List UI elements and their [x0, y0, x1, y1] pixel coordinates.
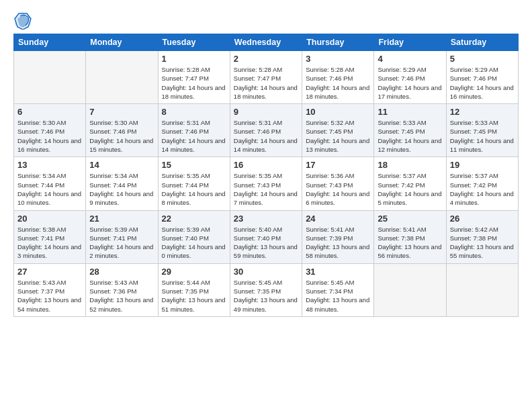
day-number: 22: [162, 214, 226, 224]
day-number: 23: [234, 214, 298, 224]
calendar-week-row: 20Sunrise: 5:38 AM Sunset: 7:41 PM Dayli…: [14, 210, 519, 263]
calendar-cell: 5Sunrise: 5:29 AM Sunset: 7:46 PM Daylig…: [446, 51, 518, 104]
day-info: Sunrise: 5:28 AM Sunset: 7:47 PM Dayligh…: [234, 65, 298, 101]
day-number: 3: [306, 54, 370, 64]
day-number: 18: [378, 160, 442, 170]
day-info: Sunrise: 5:35 AM Sunset: 7:43 PM Dayligh…: [234, 171, 298, 207]
calendar-cell: 26Sunrise: 5:42 AM Sunset: 7:38 PM Dayli…: [446, 210, 518, 263]
day-info: Sunrise: 5:33 AM Sunset: 7:45 PM Dayligh…: [378, 118, 442, 154]
day-number: 30: [234, 267, 298, 277]
calendar-cell: 20Sunrise: 5:38 AM Sunset: 7:41 PM Dayli…: [14, 210, 86, 263]
day-number: 2: [234, 54, 298, 64]
calendar-header-saturday: Saturday: [446, 34, 518, 51]
calendar-cell: 17Sunrise: 5:36 AM Sunset: 7:43 PM Dayli…: [302, 157, 374, 210]
calendar-header-wednesday: Wednesday: [230, 34, 302, 51]
day-number: 19: [450, 160, 515, 170]
calendar-cell: [374, 263, 446, 316]
calendar-cell: 28Sunrise: 5:43 AM Sunset: 7:36 PM Dayli…: [86, 263, 158, 316]
day-number: 25: [378, 214, 442, 224]
day-info: Sunrise: 5:31 AM Sunset: 7:46 PM Dayligh…: [234, 118, 298, 154]
day-info: Sunrise: 5:37 AM Sunset: 7:42 PM Dayligh…: [378, 171, 442, 207]
calendar-week-row: 6Sunrise: 5:30 AM Sunset: 7:46 PM Daylig…: [14, 104, 519, 157]
day-number: 6: [17, 107, 82, 117]
calendar-cell: [446, 263, 518, 316]
day-info: Sunrise: 5:34 AM Sunset: 7:44 PM Dayligh…: [17, 171, 82, 207]
day-number: 16: [234, 160, 298, 170]
calendar-header-sunday: Sunday: [14, 34, 86, 51]
calendar-cell: 19Sunrise: 5:37 AM Sunset: 7:42 PM Dayli…: [446, 157, 518, 210]
calendar-cell: 3Sunrise: 5:28 AM Sunset: 7:46 PM Daylig…: [302, 51, 374, 104]
day-number: 10: [306, 107, 370, 117]
calendar-header-thursday: Thursday: [302, 34, 374, 51]
calendar-cell: 7Sunrise: 5:30 AM Sunset: 7:46 PM Daylig…: [86, 104, 158, 157]
calendar-header-row: SundayMondayTuesdayWednesdayThursdayFrid…: [14, 34, 519, 51]
day-number: 20: [17, 214, 82, 224]
day-number: 13: [17, 160, 82, 170]
day-number: 9: [234, 107, 298, 117]
day-info: Sunrise: 5:34 AM Sunset: 7:44 PM Dayligh…: [89, 171, 154, 207]
day-info: Sunrise: 5:29 AM Sunset: 7:46 PM Dayligh…: [378, 65, 442, 101]
day-number: 27: [17, 267, 82, 277]
day-number: 1: [162, 54, 226, 64]
calendar-table: SundayMondayTuesdayWednesdayThursdayFrid…: [13, 34, 519, 317]
calendar-week-row: 13Sunrise: 5:34 AM Sunset: 7:44 PM Dayli…: [14, 157, 519, 210]
day-number: 7: [89, 107, 154, 117]
day-number: 17: [306, 160, 370, 170]
day-number: 12: [450, 107, 515, 117]
day-info: Sunrise: 5:32 AM Sunset: 7:45 PM Dayligh…: [306, 118, 370, 154]
calendar-cell: 22Sunrise: 5:39 AM Sunset: 7:40 PM Dayli…: [158, 210, 230, 263]
day-number: 15: [162, 160, 226, 170]
calendar-header-friday: Friday: [374, 34, 446, 51]
day-info: Sunrise: 5:36 AM Sunset: 7:43 PM Dayligh…: [306, 171, 370, 207]
logo: [13, 11, 35, 30]
day-info: Sunrise: 5:39 AM Sunset: 7:41 PM Dayligh…: [89, 225, 154, 261]
day-info: Sunrise: 5:43 AM Sunset: 7:37 PM Dayligh…: [17, 278, 82, 314]
calendar-header-monday: Monday: [86, 34, 158, 51]
calendar-cell: 21Sunrise: 5:39 AM Sunset: 7:41 PM Dayli…: [86, 210, 158, 263]
day-number: 31: [306, 267, 370, 277]
day-info: Sunrise: 5:35 AM Sunset: 7:44 PM Dayligh…: [162, 171, 226, 207]
calendar-cell: 13Sunrise: 5:34 AM Sunset: 7:44 PM Dayli…: [14, 157, 86, 210]
day-info: Sunrise: 5:37 AM Sunset: 7:42 PM Dayligh…: [450, 171, 515, 207]
calendar-body: 1Sunrise: 5:28 AM Sunset: 7:47 PM Daylig…: [14, 51, 519, 317]
day-number: 11: [378, 107, 442, 117]
day-info: Sunrise: 5:42 AM Sunset: 7:38 PM Dayligh…: [450, 225, 515, 261]
day-info: Sunrise: 5:45 AM Sunset: 7:35 PM Dayligh…: [234, 278, 298, 314]
day-number: 26: [450, 214, 515, 224]
day-info: Sunrise: 5:38 AM Sunset: 7:41 PM Dayligh…: [17, 225, 82, 261]
day-info: Sunrise: 5:40 AM Sunset: 7:40 PM Dayligh…: [234, 225, 298, 261]
day-info: Sunrise: 5:31 AM Sunset: 7:46 PM Dayligh…: [162, 118, 226, 154]
calendar-cell: 2Sunrise: 5:28 AM Sunset: 7:47 PM Daylig…: [230, 51, 302, 104]
calendar-cell: 8Sunrise: 5:31 AM Sunset: 7:46 PM Daylig…: [158, 104, 230, 157]
logo-icon: [13, 11, 32, 30]
day-number: 8: [162, 107, 226, 117]
calendar-cell: 25Sunrise: 5:41 AM Sunset: 7:38 PM Dayli…: [374, 210, 446, 263]
calendar-cell: [14, 51, 86, 104]
calendar-cell: 30Sunrise: 5:45 AM Sunset: 7:35 PM Dayli…: [230, 263, 302, 316]
day-info: Sunrise: 5:30 AM Sunset: 7:46 PM Dayligh…: [17, 118, 82, 154]
calendar-cell: 9Sunrise: 5:31 AM Sunset: 7:46 PM Daylig…: [230, 104, 302, 157]
day-info: Sunrise: 5:28 AM Sunset: 7:47 PM Dayligh…: [162, 65, 226, 101]
calendar-cell: 23Sunrise: 5:40 AM Sunset: 7:40 PM Dayli…: [230, 210, 302, 263]
day-info: Sunrise: 5:44 AM Sunset: 7:35 PM Dayligh…: [162, 278, 226, 314]
calendar-cell: [86, 51, 158, 104]
calendar-cell: 16Sunrise: 5:35 AM Sunset: 7:43 PM Dayli…: [230, 157, 302, 210]
calendar-cell: 10Sunrise: 5:32 AM Sunset: 7:45 PM Dayli…: [302, 104, 374, 157]
day-number: 4: [378, 54, 442, 64]
calendar-cell: 11Sunrise: 5:33 AM Sunset: 7:45 PM Dayli…: [374, 104, 446, 157]
calendar-week-row: 1Sunrise: 5:28 AM Sunset: 7:47 PM Daylig…: [14, 51, 519, 104]
calendar-week-row: 27Sunrise: 5:43 AM Sunset: 7:37 PM Dayli…: [14, 263, 519, 316]
calendar-cell: 18Sunrise: 5:37 AM Sunset: 7:42 PM Dayli…: [374, 157, 446, 210]
calendar-cell: 15Sunrise: 5:35 AM Sunset: 7:44 PM Dayli…: [158, 157, 230, 210]
day-number: 29: [162, 267, 226, 277]
day-number: 21: [89, 214, 154, 224]
calendar-header-tuesday: Tuesday: [158, 34, 230, 51]
calendar-cell: 24Sunrise: 5:41 AM Sunset: 7:39 PM Dayli…: [302, 210, 374, 263]
day-info: Sunrise: 5:43 AM Sunset: 7:36 PM Dayligh…: [89, 278, 154, 314]
day-info: Sunrise: 5:41 AM Sunset: 7:39 PM Dayligh…: [306, 225, 370, 261]
calendar-cell: 29Sunrise: 5:44 AM Sunset: 7:35 PM Dayli…: [158, 263, 230, 316]
day-info: Sunrise: 5:29 AM Sunset: 7:46 PM Dayligh…: [450, 65, 515, 101]
day-info: Sunrise: 5:30 AM Sunset: 7:46 PM Dayligh…: [89, 118, 154, 154]
day-number: 28: [89, 267, 154, 277]
calendar-cell: 14Sunrise: 5:34 AM Sunset: 7:44 PM Dayli…: [86, 157, 158, 210]
